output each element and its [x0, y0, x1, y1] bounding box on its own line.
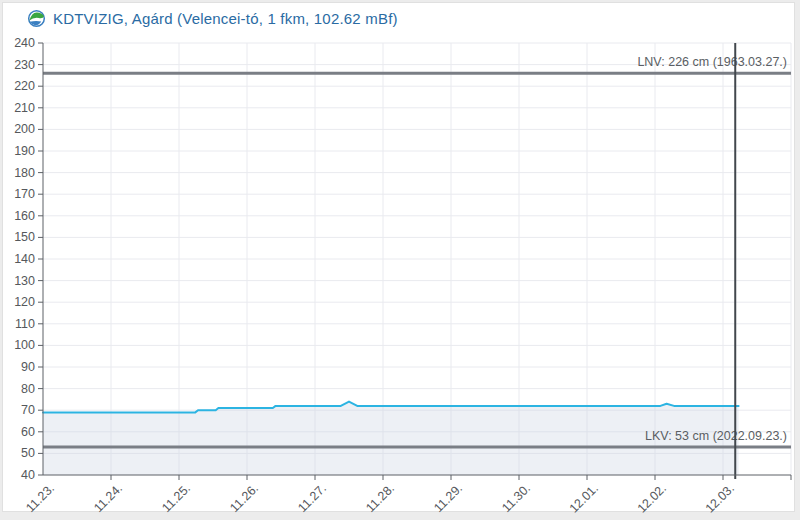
- x-tick-label: 12.01.: [567, 481, 601, 515]
- x-tick-label: 11.24.: [91, 481, 125, 515]
- reference-label-lnv: LNV: 226 cm (1963.03.27.): [637, 55, 787, 69]
- x-tick-label: 12.03.: [703, 481, 737, 515]
- x-tick-label: 12.02.: [635, 481, 669, 515]
- y-tick-label: 240: [14, 36, 35, 50]
- water-level-chart[interactable]: LNV: 226 cm (1963.03.27.)LKV: 53 cm (202…: [3, 33, 794, 511]
- y-tick-label: 110: [15, 317, 35, 331]
- x-tick-label: 11.28.: [363, 481, 397, 515]
- x-tick-label: 11.30.: [499, 481, 533, 515]
- y-tick-label: 180: [14, 166, 35, 180]
- x-tick-label: 11.25.: [159, 481, 193, 515]
- x-tick-label: 11.23.: [23, 481, 57, 515]
- y-tick-label: 40: [21, 468, 35, 482]
- y-tick-label: 140: [14, 252, 35, 266]
- reference-label-lkv: LKV: 53 cm (2022.09.23.): [645, 429, 787, 443]
- y-tick-label: 210: [14, 101, 35, 115]
- y-tick-label: 130: [14, 274, 35, 288]
- y-tick-label: 100: [14, 338, 35, 352]
- y-tick-label: 150: [14, 230, 35, 244]
- x-tick-label: 11.26.: [227, 481, 261, 515]
- y-tick-label: 160: [14, 209, 35, 223]
- x-tick-label: 11.27.: [295, 481, 329, 515]
- y-tick-label: 230: [14, 58, 35, 72]
- chart-card: KDTVIZIG, Agárd (Velencei-tó, 1 fkm, 102…: [2, 2, 795, 512]
- y-tick-label: 190: [14, 144, 35, 158]
- y-tick-label: 120: [14, 295, 35, 309]
- y-tick-label: 220: [14, 79, 35, 93]
- y-tick-label: 60: [21, 425, 35, 439]
- y-tick-label: 50: [21, 446, 35, 460]
- y-tick-label: 70: [21, 403, 35, 417]
- y-tick-label: 80: [21, 382, 35, 396]
- x-tick-label: 11.29.: [431, 481, 465, 515]
- station-title: KDTVIZIG, Agárd (Velencei-tó, 1 fkm, 102…: [53, 10, 398, 27]
- water-authority-globe-icon: [27, 9, 46, 28]
- chart-header: KDTVIZIG, Agárd (Velencei-tó, 1 fkm, 102…: [3, 3, 794, 33]
- y-tick-label: 90: [21, 360, 35, 374]
- y-tick-label: 170: [14, 187, 35, 201]
- y-tick-label: 200: [14, 122, 35, 136]
